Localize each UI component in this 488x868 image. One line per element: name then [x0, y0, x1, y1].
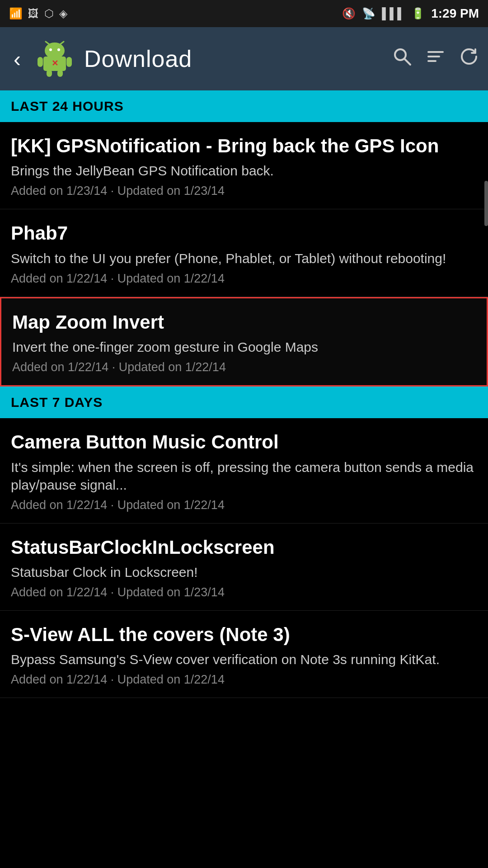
item-title: S-View ALL the covers (Note 3) — [11, 623, 477, 646]
item-title: [KK] GPSNotification - Bring back the GP… — [11, 135, 477, 157]
search-button[interactable] — [392, 47, 412, 71]
list-item[interactable]: [KK] GPSNotification - Bring back the GP… — [0, 122, 488, 209]
back-button[interactable]: ‹ — [9, 42, 25, 76]
svg-rect-7 — [66, 57, 72, 67]
item-meta: Added on 1/22/14 · Updated on 1/22/14 — [12, 360, 476, 374]
battery-icon: 🔋 — [411, 7, 425, 20]
scroll-indicator — [484, 181, 488, 226]
item-meta: Added on 1/23/14 · Updated on 1/23/14 — [11, 184, 477, 198]
svg-point-2 — [49, 48, 52, 51]
list-item[interactable]: S-View ALL the covers (Note 3) Bypass Sa… — [0, 611, 488, 698]
item-title: Map Zoom Invert — [12, 311, 476, 334]
item-meta: Added on 1/22/14 · Updated on 1/22/14 — [11, 272, 477, 286]
list-item[interactable]: Phab7 Switch to the UI you prefer (Phone… — [0, 209, 488, 297]
list-item[interactable]: StatusBarClockInLockscreen Statusbar Clo… — [0, 524, 488, 611]
item-title: Phab7 — [11, 222, 477, 245]
list-item-selected[interactable]: Map Zoom Invert Invert the one-finger zo… — [0, 297, 488, 387]
item-title: StatusBarClockInLockscreen — [11, 536, 477, 559]
status-bar: 📶 🖼 ⬡ ◈ 🔇 📡 ▌▌▌ 🔋 1:29 PM — [0, 0, 488, 27]
svg-rect-8 — [47, 70, 52, 77]
svg-line-5 — [60, 42, 64, 44]
svg-line-4 — [46, 42, 49, 44]
image-icon: 🖼 — [28, 7, 39, 20]
signal-bars-icon: 📶 — [9, 7, 23, 20]
toolbar: ‹ ✕ Download — [0, 27, 488, 90]
svg-line-12 — [404, 59, 410, 65]
item-description: Invert the one-finger zoom gesture in Go… — [12, 338, 476, 356]
content-list: LAST 24 HOURS [KK] GPSNotification - Bri… — [0, 90, 488, 698]
status-right-icons: 🔇 📡 ▌▌▌ 🔋 1:29 PM — [342, 6, 479, 21]
item-title: Camera Button Music Control — [11, 431, 477, 453]
svg-rect-9 — [57, 70, 63, 77]
mute-icon: 🔇 — [342, 7, 356, 20]
svg-rect-6 — [38, 57, 43, 67]
refresh-button[interactable] — [459, 47, 479, 71]
toolbar-title: Download — [84, 45, 383, 72]
item-description: Statusbar Clock in Lockscreen! — [11, 563, 477, 581]
item-description: Brings the JellyBean GPS Notification ba… — [11, 162, 477, 179]
filter-button[interactable] — [426, 47, 446, 71]
wifi-icon: 📡 — [362, 7, 375, 20]
navigation-icon: ⬡ — [44, 7, 54, 20]
list-item[interactable]: Camera Button Music Control It's simple:… — [0, 418, 488, 523]
svg-text:✕: ✕ — [51, 59, 58, 68]
item-meta: Added on 1/22/14 · Updated on 1/22/14 — [11, 673, 477, 687]
item-description: It's simple: when the screen is off, pre… — [11, 458, 477, 494]
item-description: Switch to the UI you prefer (Phone, Phab… — [11, 250, 477, 267]
svg-point-1 — [45, 42, 65, 59]
toolbar-actions — [392, 47, 479, 71]
item-meta: Added on 1/22/14 · Updated on 1/22/14 — [11, 498, 477, 512]
item-meta: Added on 1/22/14 · Updated on 1/23/14 — [11, 585, 477, 599]
status-time: 1:29 PM — [431, 6, 479, 21]
shield-icon: ◈ — [59, 7, 67, 20]
signal-icon: ▌▌▌ — [382, 7, 405, 20]
status-left-icons: 📶 🖼 ⬡ ◈ — [9, 7, 67, 20]
app-logo: ✕ — [34, 38, 75, 79]
svg-point-3 — [57, 48, 60, 51]
item-description: Bypass Samsung's S-View cover verificati… — [11, 651, 477, 668]
section-header-7days: LAST 7 DAYS — [0, 387, 488, 418]
section-header-24hours: LAST 24 HOURS — [0, 90, 488, 122]
